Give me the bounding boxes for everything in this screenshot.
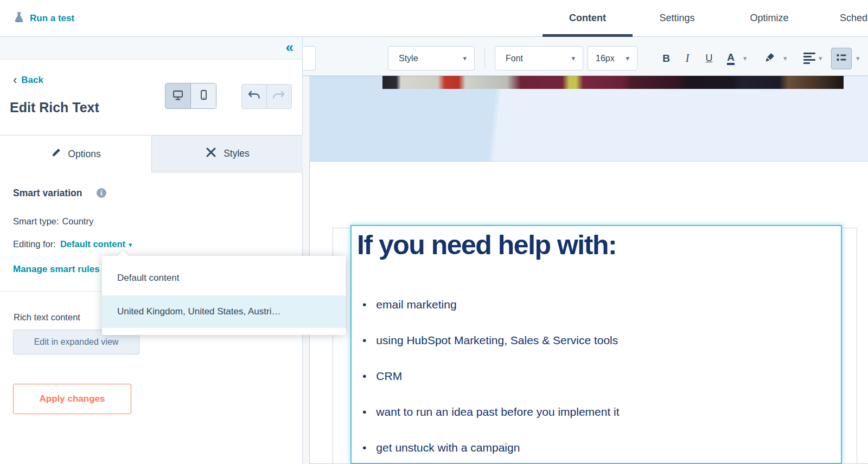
apply-changes-button[interactable]: Apply changes bbox=[13, 384, 131, 414]
smart-variation-heading: Smart variation bbox=[13, 188, 82, 199]
info-icon[interactable]: i bbox=[97, 188, 106, 198]
smart-type-label: Smart type: bbox=[13, 216, 59, 226]
tab-options-label: Options bbox=[68, 149, 100, 160]
list-item: email marketing bbox=[362, 297, 620, 313]
selected-rich-text-module[interactable]: If you need help with: email marketing u… bbox=[350, 225, 842, 464]
list-item: CRM bbox=[362, 368, 620, 384]
align-left-icon bbox=[803, 53, 815, 64]
dropdown-option-default[interactable]: Default content bbox=[102, 265, 346, 292]
email-photo-image[interactable] bbox=[382, 76, 844, 89]
tab-styles[interactable]: Styles bbox=[151, 136, 303, 172]
undo-redo-group bbox=[241, 84, 292, 109]
font-color-caret[interactable]: ▾ bbox=[743, 46, 747, 70]
bullet-list-caret[interactable]: ▾ bbox=[856, 46, 860, 70]
tab-optimize[interactable]: Optimize bbox=[737, 0, 802, 37]
run-a-test-label: Run a test bbox=[30, 13, 74, 24]
back-link[interactable]: ‹ Back bbox=[13, 75, 43, 86]
italic-button[interactable]: I bbox=[680, 46, 694, 70]
sidebar-tabs: Options Styles bbox=[0, 135, 303, 172]
chevron-down-icon: ▾ bbox=[571, 54, 575, 62]
email-bullet-list: email marketing using HubSpot Marketing,… bbox=[362, 297, 620, 464]
device-preview-toggle bbox=[165, 83, 216, 109]
flask-icon bbox=[13, 11, 25, 25]
panel-title: Edit Rich Text bbox=[10, 100, 99, 115]
email-heading: If you need help with: bbox=[357, 229, 616, 261]
editing-for-value: Default content bbox=[60, 239, 125, 249]
font-select-value: Font bbox=[495, 54, 523, 63]
run-a-test-button[interactable]: Run a test bbox=[13, 0, 74, 37]
list-item: using HubSpot Marketing, Sales & Service… bbox=[362, 332, 620, 349]
highlight-caret[interactable]: ▾ bbox=[783, 46, 787, 70]
editing-for-label: Editing for: bbox=[13, 239, 56, 249]
bullet-list-button[interactable] bbox=[831, 48, 852, 69]
smart-type-value: Country bbox=[62, 216, 93, 226]
back-chevron-icon: ‹ bbox=[13, 75, 17, 86]
align-caret[interactable]: ▾ bbox=[819, 46, 822, 70]
back-label: Back bbox=[21, 75, 43, 86]
redo-icon bbox=[272, 89, 286, 104]
smart-rule-dropdown: Default content United Kingdom, United S… bbox=[102, 256, 346, 335]
redo-button[interactable] bbox=[267, 85, 292, 108]
chevron-down-icon: ▾ bbox=[626, 54, 629, 62]
brush-pencil-icon bbox=[205, 146, 217, 161]
tab-settings[interactable]: Settings bbox=[647, 0, 707, 37]
desktop-preview-button[interactable] bbox=[165, 83, 191, 108]
collapse-sidebar-icon[interactable]: « bbox=[286, 39, 293, 56]
font-color-button[interactable]: A bbox=[722, 46, 739, 70]
dropdown-option-countries[interactable]: United Kingdom, United States, Austri… bbox=[102, 295, 346, 328]
font-size-value: 16px bbox=[588, 54, 615, 63]
pencil-icon bbox=[50, 147, 61, 161]
tab-schedule[interactable]: Schedule bbox=[840, 0, 868, 37]
underline-button[interactable]: U bbox=[701, 46, 717, 70]
edit-sidebar: « ‹ Back Edit Rich Text bbox=[0, 37, 303, 464]
toolbar-separator bbox=[484, 49, 485, 68]
font-color-glyph: A bbox=[727, 52, 735, 65]
highlight-button[interactable] bbox=[761, 46, 780, 70]
undo-icon bbox=[247, 89, 261, 104]
smart-type-row: Smart type:Country bbox=[13, 216, 93, 227]
editing-for-dropdown[interactable]: Editing for:Default content▾ bbox=[13, 239, 132, 249]
font-select[interactable]: Font ▾ bbox=[495, 46, 583, 70]
list-item: get unstuck with a campaign bbox=[362, 440, 620, 456]
tab-content[interactable]: Content bbox=[542, 0, 633, 37]
tab-styles-label: Styles bbox=[224, 148, 250, 159]
font-size-select[interactable]: 16px ▾ bbox=[588, 46, 637, 70]
tab-options[interactable]: Options bbox=[0, 136, 151, 172]
highlighter-icon bbox=[764, 51, 776, 66]
rich-text-toolbar: Style ▾ Font ▾ 16px ▾ B I U A ▾ bbox=[303, 37, 868, 76]
align-button[interactable] bbox=[802, 46, 817, 70]
hubspot-email-editor: Run a test Content Settings Optimize Sch… bbox=[0, 0, 868, 464]
manage-smart-rules-link[interactable]: Manage smart rules bbox=[13, 264, 100, 275]
style-select[interactable]: Style ▾ bbox=[388, 46, 475, 70]
bold-button[interactable]: B bbox=[658, 46, 674, 70]
chevron-down-icon: ▾ bbox=[129, 241, 132, 249]
mobile-icon bbox=[197, 89, 209, 103]
desktop-icon bbox=[171, 88, 184, 104]
rich-text-content-label: Rich text content bbox=[14, 312, 80, 323]
bullet-list-icon bbox=[835, 51, 847, 66]
top-bar: Run a test Content Settings Optimize Sch… bbox=[0, 0, 868, 37]
email-canvas: Style ▾ Font ▾ 16px ▾ B I U A ▾ bbox=[303, 37, 868, 464]
list-item: want to run an idea past before you impl… bbox=[362, 404, 620, 420]
style-select-value: Style bbox=[388, 54, 418, 63]
undo-button[interactable] bbox=[242, 85, 267, 108]
chevron-down-icon: ▾ bbox=[463, 54, 467, 62]
mobile-preview-button[interactable] bbox=[191, 83, 216, 108]
sidebar-collapse-strip: « bbox=[0, 37, 302, 60]
